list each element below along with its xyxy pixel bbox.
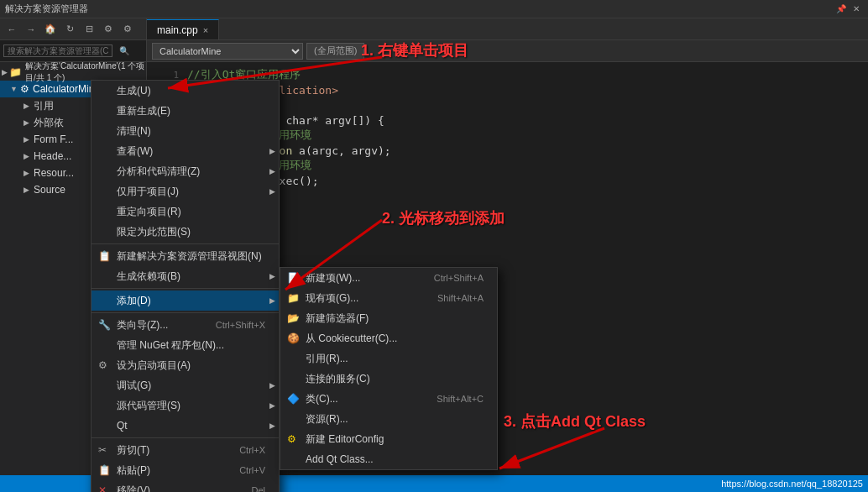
- menu-qt[interactable]: Qt ▶: [92, 416, 279, 436]
- menu-clean[interactable]: 清理(N): [92, 121, 279, 141]
- tab-close-button[interactable]: ×: [203, 25, 208, 35]
- menu-wizard[interactable]: 🔧 类向导(Z)... Ctrl+Shift+X: [92, 315, 279, 335]
- menu-add[interactable]: 添加(D) ▶: [92, 290, 279, 311]
- menu-project-only[interactable]: 仅用于项目(J) ▶: [92, 181, 279, 202]
- submenu-reference[interactable]: 引用(R)...: [280, 348, 497, 369]
- menu-set-startup[interactable]: ⚙ 设为启动项目(A): [92, 355, 279, 375]
- close-button[interactable]: ✕: [850, 3, 863, 15]
- expand-arrow-yinyong: ▶: [24, 102, 34, 110]
- project-arrow: ▼: [10, 85, 20, 93]
- title-bar: 解决方案资源管理器 📌 ✕: [0, 0, 868, 18]
- scope-label: (全局范围): [306, 43, 364, 60]
- menu-new-view[interactable]: 📋 新建解决方案资源管理器视图(N): [92, 246, 279, 266]
- file-dropdown[interactable]: CalculatorMine: [152, 43, 303, 60]
- expand-arrow-resou: ▶: [24, 169, 34, 177]
- submenu-new-item[interactable]: 📄 新建项(W)... Ctrl+Shift+A: [280, 268, 497, 288]
- filter-button[interactable]: ⚙: [100, 21, 117, 38]
- sep-2: [92, 288, 279, 289]
- menu-analyze[interactable]: 分析和代码清理(Z) ▶: [92, 161, 279, 181]
- back-button[interactable]: ←: [3, 21, 20, 38]
- sep-1: [92, 243, 279, 244]
- menu-delete[interactable]: ✕ 移除(V) Del: [92, 480, 279, 492]
- tree-label-source: Source: [34, 184, 65, 196]
- menu-redirect[interactable]: 重定向项目(R): [92, 202, 279, 222]
- title-bar-buttons: 📌 ✕: [834, 3, 863, 15]
- refresh-button[interactable]: ↻: [61, 21, 78, 38]
- submenu-new-editorconfig[interactable]: ⚙ 新建 EditorConfig: [280, 429, 497, 449]
- tree-label-yinyong: 引用: [34, 99, 54, 113]
- submenu-class[interactable]: 🔷 类(C)... Shift+Alt+C: [280, 389, 497, 409]
- submenu-resource[interactable]: 资源(R)...: [280, 409, 497, 429]
- tree-label-resou: Resour...: [34, 167, 74, 179]
- submenu-existing-item[interactable]: 📁 现有项(G)... Shift+Alt+A: [280, 288, 497, 308]
- collapse-button[interactable]: ⊟: [81, 21, 97, 38]
- expand-arrow-waibu: ▶: [24, 118, 34, 127]
- menu-source-ctrl[interactable]: 源代码管理(S) ▶: [92, 395, 279, 416]
- menu-cut[interactable]: ✂ 剪切(T) Ctrl+X: [92, 440, 279, 460]
- solution-node[interactable]: ▶ 📁 解决方案'CalculatorMine'(1 个项目/共 1 个): [0, 64, 146, 81]
- menu-debug[interactable]: 调试(G) ▶: [92, 375, 279, 395]
- editor-toolbar: CalculatorMine (全局范围): [147, 40, 868, 62]
- tree-label-waibu: 外部依: [34, 116, 64, 130]
- submenu-add-qt-class[interactable]: Add Qt Class...: [280, 449, 497, 469]
- settings-button[interactable]: ⚙: [119, 21, 136, 38]
- submenu-new-filter[interactable]: 📂 新建筛选器(F): [280, 308, 497, 328]
- expand-arrow-formf: ▶: [24, 135, 34, 144]
- menu-view[interactable]: 查看(W) ▶: [92, 141, 279, 161]
- menu-dep-check[interactable]: 生成依赖项(B) ▶: [92, 266, 279, 286]
- tree-label-formf: Form F...: [34, 133, 73, 145]
- status-url: https://blog.csdn.net/qq_18820125: [721, 479, 863, 489]
- submenu-connected-svc[interactable]: 连接的服务(C): [280, 369, 497, 389]
- sep-3: [92, 312, 279, 313]
- home-button[interactable]: 🏠: [42, 21, 59, 38]
- expand-arrow-source: ▶: [24, 186, 34, 194]
- add-submenu: 📄 新建项(W)... Ctrl+Shift+A 📁 现有项(G)... Shi…: [280, 267, 498, 470]
- sep-4: [92, 437, 279, 438]
- menu-nuget[interactable]: 管理 NuGet 程序包(N)...: [92, 335, 279, 355]
- menu-paste[interactable]: 📋 粘贴(P) Ctrl+V: [92, 460, 279, 480]
- title-bar-text: 解决方案资源管理器: [5, 3, 834, 15]
- search-icon[interactable]: 🔍: [116, 43, 133, 60]
- sidebar-toolbar: ← → 🏠 ↻ ⊟ ⚙ ⚙: [0, 18, 146, 40]
- primary-context-menu: 生成(U) 重新生成(E) 清理(N) 查看(W) ▶ 分析和代码清理(Z) ▶…: [91, 80, 280, 492]
- menu-rebuild[interactable]: 重新生成(E): [92, 101, 279, 121]
- tab-filename: main.cpp: [157, 24, 198, 36]
- expand-arrow-header: ▶: [24, 152, 34, 160]
- menu-limit-scope[interactable]: 限定为此范围(S): [92, 222, 279, 242]
- sidebar-search: 🔍: [0, 40, 146, 62]
- forward-button[interactable]: →: [23, 21, 39, 38]
- search-input[interactable]: [3, 44, 112, 57]
- submenu-cookiecutter[interactable]: 🍪 从 Cookiecutter(C)...: [280, 328, 497, 348]
- tab-maincpp[interactable]: main.cpp ×: [147, 19, 219, 39]
- expand-arrow: ▶: [2, 68, 9, 76]
- editor-tabs: main.cpp ×: [147, 18, 868, 40]
- tree-label-header: Heade...: [34, 150, 71, 162]
- menu-build[interactable]: 生成(U): [92, 81, 279, 101]
- pin-button[interactable]: 📌: [834, 3, 848, 15]
